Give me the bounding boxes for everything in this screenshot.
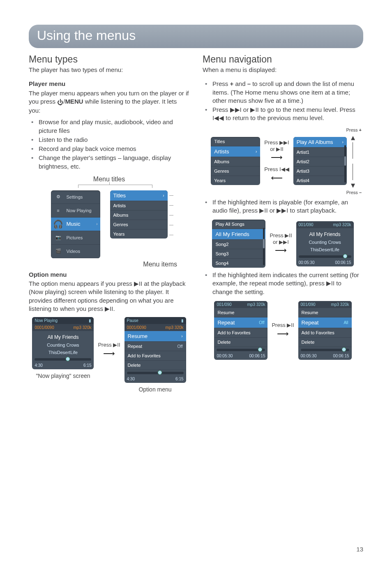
list-item: Albums [211,157,260,167]
chevron-right-icon: › [96,222,97,226]
item-label: Play All Albums [297,139,333,145]
time-elapsed: 4:30 [35,363,42,368]
item-label: Years [214,178,226,183]
song-title: All My Friends [298,232,352,237]
list-item: Play All Songs [212,220,265,229]
time-total: 6:15 [175,377,183,381]
time-total: 6:15 [83,363,91,368]
item-label: Genres [214,169,229,174]
list-item: Delete [125,361,186,370]
track-counter: 001/090 [299,222,314,227]
status-title: Pause [127,318,138,323]
item-label: Delete [302,340,315,345]
bullet: If the highlighted item is playable (for… [203,198,363,215]
next-icon: ▶▶I [230,106,242,113]
list-item: Artist1 [293,148,347,157]
option-menu-screen-off: 001/090mp3 320k Resume RepeatOff Add to … [214,301,267,360]
power-icon: ⏻ [57,98,63,107]
item-value: Off [259,320,264,325]
item-label: Delete [217,340,231,345]
figure-nav-levels: Press + Titles Artists› Albums Genres Ye… [203,127,363,195]
item-label: Repeat [128,344,142,349]
list-item: Artist2 [293,157,347,167]
option-menu-screen: Pause▮ 0001/0090mp3 320k Resume› RepeatO… [125,317,186,383]
time-total: 00:06:15 [335,260,351,265]
item-label: Titles [214,139,225,144]
item-label: Genres [113,222,128,227]
chevron-right-icon: › [256,149,257,154]
item-label: Albums [113,213,129,218]
headphones-icon: 🎧 [53,219,63,229]
right-column: Menu navigation When a menu is displayed… [203,54,363,395]
time-elapsed: 00:05:30 [217,354,233,358]
prev-icon: I◀◀ [212,114,224,121]
arrow-down-icon: ▾ [351,164,355,190]
item-label: Artists [113,203,126,208]
chevron-right-icon: › [181,334,182,338]
play-pause-icon: ▶II [259,207,267,214]
list-item: Resume [298,308,352,317]
option-menu-subhead: Option menu [29,271,189,279]
bullet: If the highlighted item indicates the cu… [203,271,363,296]
list-item: Song3 [212,249,265,259]
bullet: Change the player's settings – language,… [29,154,189,171]
nowplaying-icon: ≡ [53,206,63,215]
time-elapsed: 4:30 [127,377,135,381]
nav-bullets: Press + and – to scroll up and down the … [203,80,363,122]
list-item: Years [211,176,260,185]
list-item: 🎬 Videos [51,245,100,258]
bitrate: mp3 320k [74,325,92,330]
track-counter: 0001/0090 [127,325,146,330]
item-label: Song4 [215,261,228,266]
track-counter: 0001/0090 [35,325,54,330]
list-item: 📷 Pictures [51,231,100,245]
item-label: Settings [67,195,83,199]
bullet: Press ▶▶I or ▶II to go to the next menu … [203,106,363,123]
fig-caption-items: Menu items [29,261,189,268]
list-item: Add to Favorites [214,328,267,338]
track-counter: 001/090 [217,302,231,307]
time-elapsed: 00:05:30 [299,260,315,265]
gear-icon: ⚙ [53,192,63,202]
list-item-selected: Titles› [110,190,168,201]
item-label: Videos [67,249,80,254]
list-item: ⚙ Settings [51,190,100,204]
list-item: Titles [211,137,260,146]
bullet: Listen to the radio [29,136,189,144]
progress-bar [299,255,351,258]
figure-menu-titles: Menu titles ⚙ Settings ≡ Now Playi [29,176,189,268]
next-icon: ▶▶I [277,207,288,214]
item-label: Add to Favorites [217,330,250,335]
player-menu-bullets: Browse for and play music, audiobook, vi… [29,118,189,171]
songs-screen: Play All Songs All My Friends Song2 Song… [212,220,265,268]
arrow-right-icon: ⟶ [264,152,289,162]
bitrate: mp3 320k [333,222,351,227]
list-item: Artists [110,201,168,211]
item-label: Titles [113,192,126,199]
player-menu-subhead: Player menu [29,80,189,88]
scroll-arrows: ▴ ▾ [351,132,355,190]
item-label: Artist3 [297,169,309,174]
now-playing-screen: Now Playing▮ 0001/0090mp3 320k All My Fr… [32,317,94,369]
item-label: Resume [217,310,234,315]
item-label: Add to Favorites [128,353,161,358]
heading-menu-nav: Menu navigation [203,54,363,65]
lead-text: When a menu is displayed: [203,66,363,74]
item-label: Artist1 [297,150,309,155]
bitrate: mp3 320k [331,302,349,307]
figure-start-playback: Play All Songs All My Friends Song2 Song… [203,220,363,268]
now-playing-screen: 001/090mp3 320k All My Friends Counting … [296,221,354,266]
item-label: Years [113,232,125,236]
arrow-up-icon: ▴ [351,132,355,159]
artist-name: Counting Crows [34,343,92,347]
list-item: Genres [110,220,168,229]
song-title: All My Friends [34,334,92,340]
album-name: ThisDesertLife [34,350,92,355]
list-item: RepeatOff [125,342,186,351]
time-total: 00:06:15 [333,354,349,358]
artist-name: Counting Crows [298,240,352,245]
list-item-selected: 🎧 Music › [51,218,100,231]
fig-caption-nowplaying: "Now playing" screen [32,373,94,379]
list-item: Genres [211,167,260,176]
battery-icon: ▮ [181,318,184,323]
